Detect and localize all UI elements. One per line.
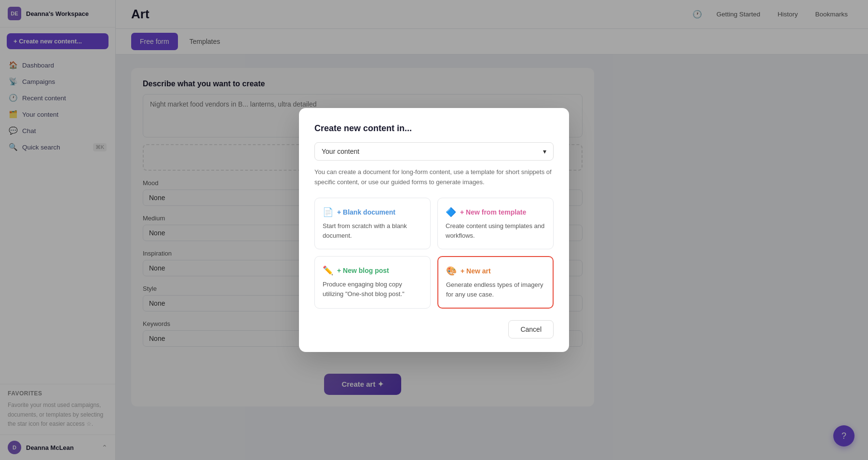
modal-dropdown-label: Your content [322,148,359,155]
modal-description: You can create a document for long-form … [314,167,554,188]
modal: Create new content in... Your content ▾ … [299,108,569,352]
modal-overlay[interactable]: Create new content in... Your content ▾ … [0,0,868,460]
new-blog-post-icon: ✏️ [323,265,333,276]
option-blank-document-body: Start from scratch with a blank document… [323,221,422,240]
option-blank-document-title: + Blank document [337,208,395,216]
new-art-icon: 🎨 [446,266,457,276]
option-blank-document[interactable]: 📄 + Blank document Start from scratch wi… [314,198,431,249]
modal-options: 📄 + Blank document Start from scratch wi… [314,198,554,309]
option-new-blog-post-title: + New blog post [337,267,389,274]
modal-title: Create new content in... [314,123,554,134]
option-new-from-template-title: + New from template [460,208,526,216]
option-new-art-header: 🎨 + New art [446,266,545,276]
blank-document-icon: 📄 [323,207,333,217]
modal-footer: Cancel [314,320,554,338]
option-new-art-body: Generate endless types of imagery for an… [446,280,545,299]
option-blank-document-header: 📄 + Blank document [323,207,422,217]
option-new-blog-post-body: Produce engaging blog copy utilizing "On… [323,280,422,298]
modal-dropdown[interactable]: Your content ▾ [314,142,554,161]
option-new-blog-post-header: ✏️ + New blog post [323,265,422,276]
modal-cancel-button[interactable]: Cancel [508,320,554,338]
option-new-blog-post[interactable]: ✏️ + New blog post Produce engaging blog… [314,256,431,309]
option-new-from-template-body: Create content using templates and workf… [446,221,545,240]
option-new-from-template-header: 🔷 + New from template [446,207,545,217]
new-from-template-icon: 🔷 [446,207,456,217]
chevron-down-icon: ▾ [543,148,546,155]
option-new-art-title: + New art [461,267,491,275]
option-new-art[interactable]: 🎨 + New art Generate endless types of im… [437,256,554,309]
option-new-from-template[interactable]: 🔷 + New from template Create content usi… [437,198,554,249]
